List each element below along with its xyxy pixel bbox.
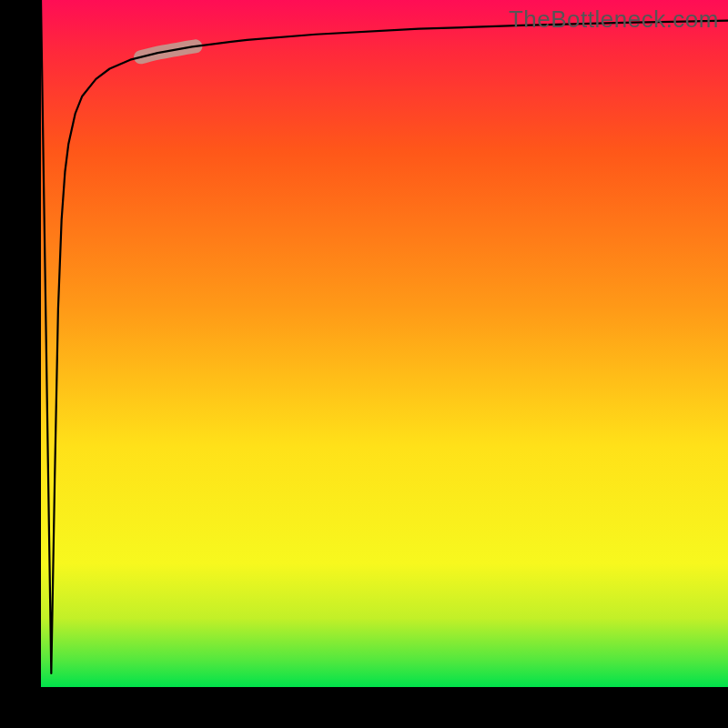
plot-area bbox=[41, 0, 728, 687]
plot-svg bbox=[41, 0, 728, 687]
gradient-background bbox=[41, 0, 728, 687]
x-axis-band bbox=[0, 687, 728, 728]
chart-stage: TheBottleneck.com bbox=[0, 0, 728, 728]
y-axis-band bbox=[0, 0, 41, 728]
watermark-text: TheBottleneck.com bbox=[509, 5, 719, 34]
